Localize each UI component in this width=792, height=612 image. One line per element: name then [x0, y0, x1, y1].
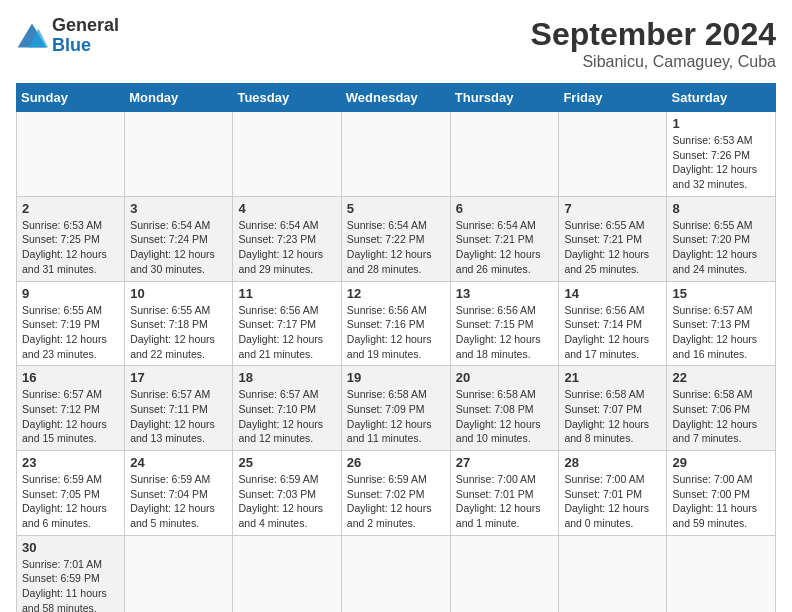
title-block: September 2024 Sibanicu, Camaguey, Cuba: [531, 16, 776, 71]
logo: General Blue: [16, 16, 119, 56]
table-row: 25Sunrise: 6:59 AM Sunset: 7:03 PM Dayli…: [233, 451, 341, 536]
table-row: [341, 535, 450, 612]
calendar-week-row: 2Sunrise: 6:53 AM Sunset: 7:25 PM Daylig…: [17, 196, 776, 281]
day-info: Sunrise: 6:59 AM Sunset: 7:02 PM Dayligh…: [347, 472, 445, 531]
table-row: 9Sunrise: 6:55 AM Sunset: 7:19 PM Daylig…: [17, 281, 125, 366]
table-row: 17Sunrise: 6:57 AM Sunset: 7:11 PM Dayli…: [125, 366, 233, 451]
day-number: 22: [672, 370, 770, 385]
day-header-row: Sunday Monday Tuesday Wednesday Thursday…: [17, 84, 776, 112]
table-row: 7Sunrise: 6:55 AM Sunset: 7:21 PM Daylig…: [559, 196, 667, 281]
day-info: Sunrise: 7:01 AM Sunset: 6:59 PM Dayligh…: [22, 557, 119, 612]
calendar-week-row: 1Sunrise: 6:53 AM Sunset: 7:26 PM Daylig…: [17, 112, 776, 197]
day-number: 14: [564, 286, 661, 301]
table-row: 28Sunrise: 7:00 AM Sunset: 7:01 PM Dayli…: [559, 451, 667, 536]
day-info: Sunrise: 7:00 AM Sunset: 7:01 PM Dayligh…: [564, 472, 661, 531]
header-tuesday: Tuesday: [233, 84, 341, 112]
day-info: Sunrise: 6:56 AM Sunset: 7:14 PM Dayligh…: [564, 303, 661, 362]
header-sunday: Sunday: [17, 84, 125, 112]
day-number: 9: [22, 286, 119, 301]
table-row: 12Sunrise: 6:56 AM Sunset: 7:16 PM Dayli…: [341, 281, 450, 366]
table-row: 11Sunrise: 6:56 AM Sunset: 7:17 PM Dayli…: [233, 281, 341, 366]
calendar-week-row: 9Sunrise: 6:55 AM Sunset: 7:19 PM Daylig…: [17, 281, 776, 366]
calendar-week-row: 16Sunrise: 6:57 AM Sunset: 7:12 PM Dayli…: [17, 366, 776, 451]
day-info: Sunrise: 6:58 AM Sunset: 7:07 PM Dayligh…: [564, 387, 661, 446]
header-friday: Friday: [559, 84, 667, 112]
table-row: 20Sunrise: 6:58 AM Sunset: 7:08 PM Dayli…: [450, 366, 559, 451]
table-row: 18Sunrise: 6:57 AM Sunset: 7:10 PM Dayli…: [233, 366, 341, 451]
logo-general-text: General: [52, 16, 119, 36]
month-title: September 2024: [531, 16, 776, 53]
day-number: 21: [564, 370, 661, 385]
day-info: Sunrise: 6:57 AM Sunset: 7:10 PM Dayligh…: [238, 387, 335, 446]
day-number: 12: [347, 286, 445, 301]
day-number: 13: [456, 286, 554, 301]
day-info: Sunrise: 6:56 AM Sunset: 7:15 PM Dayligh…: [456, 303, 554, 362]
day-info: Sunrise: 7:00 AM Sunset: 7:00 PM Dayligh…: [672, 472, 770, 531]
day-number: 24: [130, 455, 227, 470]
day-number: 11: [238, 286, 335, 301]
day-number: 7: [564, 201, 661, 216]
day-info: Sunrise: 6:54 AM Sunset: 7:22 PM Dayligh…: [347, 218, 445, 277]
table-row: [341, 112, 450, 197]
day-number: 4: [238, 201, 335, 216]
table-row: 21Sunrise: 6:58 AM Sunset: 7:07 PM Dayli…: [559, 366, 667, 451]
logo-icon: [16, 22, 48, 50]
day-number: 26: [347, 455, 445, 470]
day-number: 10: [130, 286, 227, 301]
table-row: 15Sunrise: 6:57 AM Sunset: 7:13 PM Dayli…: [667, 281, 776, 366]
table-row: [125, 535, 233, 612]
day-number: 19: [347, 370, 445, 385]
day-info: Sunrise: 6:57 AM Sunset: 7:12 PM Dayligh…: [22, 387, 119, 446]
table-row: 4Sunrise: 6:54 AM Sunset: 7:23 PM Daylig…: [233, 196, 341, 281]
day-number: 28: [564, 455, 661, 470]
day-info: Sunrise: 6:55 AM Sunset: 7:19 PM Dayligh…: [22, 303, 119, 362]
calendar-week-row: 23Sunrise: 6:59 AM Sunset: 7:05 PM Dayli…: [17, 451, 776, 536]
day-number: 17: [130, 370, 227, 385]
day-number: 29: [672, 455, 770, 470]
day-info: Sunrise: 6:59 AM Sunset: 7:04 PM Dayligh…: [130, 472, 227, 531]
day-info: Sunrise: 6:53 AM Sunset: 7:26 PM Dayligh…: [672, 133, 770, 192]
logo-text: General Blue: [52, 16, 119, 56]
day-info: Sunrise: 6:54 AM Sunset: 7:23 PM Dayligh…: [238, 218, 335, 277]
table-row: [233, 112, 341, 197]
location-subtitle: Sibanicu, Camaguey, Cuba: [531, 53, 776, 71]
day-number: 3: [130, 201, 227, 216]
table-row: [559, 112, 667, 197]
table-row: [450, 535, 559, 612]
day-number: 16: [22, 370, 119, 385]
table-row: [559, 535, 667, 612]
day-info: Sunrise: 6:58 AM Sunset: 7:09 PM Dayligh…: [347, 387, 445, 446]
day-number: 20: [456, 370, 554, 385]
table-row: [125, 112, 233, 197]
day-info: Sunrise: 6:56 AM Sunset: 7:16 PM Dayligh…: [347, 303, 445, 362]
table-row: 14Sunrise: 6:56 AM Sunset: 7:14 PM Dayli…: [559, 281, 667, 366]
day-number: 2: [22, 201, 119, 216]
calendar-week-row: 30Sunrise: 7:01 AM Sunset: 6:59 PM Dayli…: [17, 535, 776, 612]
day-number: 8: [672, 201, 770, 216]
table-row: 22Sunrise: 6:58 AM Sunset: 7:06 PM Dayli…: [667, 366, 776, 451]
calendar-table: Sunday Monday Tuesday Wednesday Thursday…: [16, 83, 776, 612]
day-number: 27: [456, 455, 554, 470]
logo-blue-text: Blue: [52, 36, 119, 56]
calendar-body: 1Sunrise: 6:53 AM Sunset: 7:26 PM Daylig…: [17, 112, 776, 613]
day-info: Sunrise: 6:55 AM Sunset: 7:18 PM Dayligh…: [130, 303, 227, 362]
header-wednesday: Wednesday: [341, 84, 450, 112]
day-number: 30: [22, 540, 119, 555]
day-info: Sunrise: 6:59 AM Sunset: 7:05 PM Dayligh…: [22, 472, 119, 531]
day-number: 18: [238, 370, 335, 385]
table-row: [667, 535, 776, 612]
day-info: Sunrise: 6:57 AM Sunset: 7:11 PM Dayligh…: [130, 387, 227, 446]
table-row: 10Sunrise: 6:55 AM Sunset: 7:18 PM Dayli…: [125, 281, 233, 366]
page-header: General Blue September 2024 Sibanicu, Ca…: [16, 16, 776, 71]
header-monday: Monday: [125, 84, 233, 112]
day-info: Sunrise: 6:58 AM Sunset: 7:06 PM Dayligh…: [672, 387, 770, 446]
table-row: 3Sunrise: 6:54 AM Sunset: 7:24 PM Daylig…: [125, 196, 233, 281]
day-number: 1: [672, 116, 770, 131]
table-row: 13Sunrise: 6:56 AM Sunset: 7:15 PM Dayli…: [450, 281, 559, 366]
table-row: 23Sunrise: 6:59 AM Sunset: 7:05 PM Dayli…: [17, 451, 125, 536]
table-row: 2Sunrise: 6:53 AM Sunset: 7:25 PM Daylig…: [17, 196, 125, 281]
day-info: Sunrise: 6:57 AM Sunset: 7:13 PM Dayligh…: [672, 303, 770, 362]
day-info: Sunrise: 6:55 AM Sunset: 7:21 PM Dayligh…: [564, 218, 661, 277]
table-row: 5Sunrise: 6:54 AM Sunset: 7:22 PM Daylig…: [341, 196, 450, 281]
header-thursday: Thursday: [450, 84, 559, 112]
